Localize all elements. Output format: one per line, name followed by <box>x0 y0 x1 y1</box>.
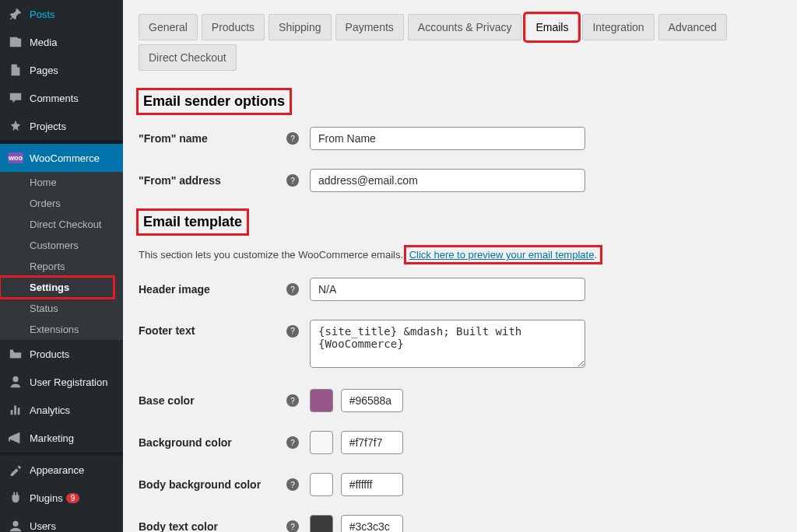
sidebar-item-label: User Registration <box>30 376 107 388</box>
submenu-item-home[interactable]: Home <box>0 172 123 193</box>
help-icon[interactable]: ? <box>286 436 299 449</box>
sidebar-item-media[interactable]: Media <box>0 28 123 56</box>
comment-icon <box>8 90 23 106</box>
desc-text: . <box>594 249 597 261</box>
tab-payments[interactable]: Payments <box>335 14 404 40</box>
woocommerce-submenu: Home Orders Direct Checkout Customers Re… <box>0 172 123 340</box>
preview-template-link[interactable]: Click here to preview your email templat… <box>409 249 595 261</box>
sidebar-item-label: Users <box>30 520 56 532</box>
marketing-icon <box>8 430 23 446</box>
sidebar-item-posts[interactable]: Posts <box>0 0 123 28</box>
help-icon[interactable]: ? <box>286 478 299 491</box>
tab-integration[interactable]: Integration <box>582 14 654 40</box>
row-footer-text: Footer text ? <box>139 320 781 370</box>
tab-shipping[interactable]: Shipping <box>269 14 332 40</box>
plugins-icon <box>8 490 23 506</box>
sidebar-item-products[interactable]: Products <box>0 340 123 368</box>
sidebar-item-label: Appearance <box>30 464 84 476</box>
tab-label: Payments <box>346 21 394 33</box>
sidebar-item-pages[interactable]: Pages <box>0 56 123 84</box>
from-address-input[interactable] <box>310 169 585 192</box>
help-icon[interactable]: ? <box>286 174 299 187</box>
submenu-item-direct-checkout[interactable]: Direct Checkout <box>0 214 123 235</box>
help-icon[interactable]: ? <box>286 394 299 407</box>
sidebar-item-label: Pages <box>30 65 58 76</box>
tab-accounts-privacy[interactable]: Accounts & Privacy <box>408 14 522 40</box>
tab-direct-checkout[interactable]: Direct Checkout <box>139 44 237 71</box>
row-header-image: Header image ? <box>139 278 781 301</box>
base-color-input[interactable] <box>341 389 403 412</box>
sidebar-item-label: Plugins <box>30 492 63 504</box>
sidebar-item-projects[interactable]: Projects <box>0 112 123 140</box>
sidebar-item-label: Comments <box>30 93 79 104</box>
help-icon[interactable]: ? <box>286 325 299 338</box>
footer-text-input[interactable] <box>310 320 585 368</box>
tab-label: Advanced <box>669 21 717 33</box>
user-registration-icon <box>8 374 23 390</box>
bg-color-input[interactable] <box>341 431 403 454</box>
submenu-item-settings[interactable]: Settings <box>0 277 123 298</box>
body-text-label: Body text color <box>139 520 286 532</box>
body-bg-input[interactable] <box>341 473 403 496</box>
row-base-color: Base color ? <box>139 389 781 412</box>
tab-label: General <box>149 21 188 33</box>
admin-sidebar: Posts Media Pages Comments Projects wooW… <box>0 0 123 532</box>
sidebar-item-comments[interactable]: Comments <box>0 84 123 112</box>
sidebar-item-label: Posts <box>30 9 55 20</box>
submenu-item-customers[interactable]: Customers <box>0 235 123 256</box>
from-address-label: "From" address <box>139 174 286 187</box>
row-body-text-color: Body text color ? <box>139 515 781 532</box>
analytics-icon <box>8 402 23 418</box>
sidebar-item-appearance[interactable]: Appearance <box>0 456 123 484</box>
woocommerce-icon: woo <box>8 150 23 166</box>
submenu-item-reports[interactable]: Reports <box>0 256 123 277</box>
sidebar-item-users[interactable]: Users <box>0 512 123 532</box>
tab-general[interactable]: General <box>139 14 198 40</box>
footer-text-label: Footer text <box>139 320 286 337</box>
sidebar-item-analytics[interactable]: Analytics <box>0 396 123 424</box>
sidebar-item-plugins[interactable]: Plugins9 <box>0 484 123 512</box>
pages-icon <box>8 62 23 78</box>
sidebar-item-marketing[interactable]: Marketing <box>0 424 123 452</box>
submenu-item-orders[interactable]: Orders <box>0 193 123 214</box>
body-bg-label: Body background color <box>139 478 286 491</box>
header-image-label: Header image <box>139 283 286 296</box>
body-text-input[interactable] <box>341 515 403 532</box>
tab-label: Direct Checkout <box>149 51 226 64</box>
products-icon <box>8 346 23 362</box>
desc-text: This section lets you customize the WooC… <box>139 249 406 261</box>
submenu-item-extensions[interactable]: Extensions <box>0 319 123 340</box>
row-from-name: "From" name ? <box>139 127 781 150</box>
submenu-label: Home <box>30 177 57 188</box>
sidebar-item-woocommerce[interactable]: wooWooCommerce <box>0 144 123 172</box>
section-heading-template: Email template <box>139 211 247 233</box>
tab-advanced[interactable]: Advanced <box>658 14 727 40</box>
help-icon[interactable]: ? <box>286 132 299 145</box>
from-name-input[interactable] <box>310 127 585 150</box>
plugins-badge: 9 <box>66 493 80 503</box>
submenu-label: Status <box>30 303 58 314</box>
bg-color-swatch[interactable] <box>310 431 333 454</box>
sidebar-item-user-registration[interactable]: User Registration <box>0 368 123 396</box>
tab-emails[interactable]: Emails <box>525 14 578 40</box>
body-bg-swatch[interactable] <box>310 473 333 496</box>
pin-icon <box>8 6 23 22</box>
base-color-swatch[interactable] <box>310 389 333 412</box>
sidebar-item-label: Projects <box>30 121 66 132</box>
tab-label: Shipping <box>279 21 321 33</box>
submenu-label: Reports <box>30 261 65 272</box>
row-bg-color: Background color ? <box>139 431 781 454</box>
header-image-input[interactable] <box>310 278 585 301</box>
submenu-item-status[interactable]: Status <box>0 298 123 319</box>
template-description: This section lets you customize the WooC… <box>139 247 781 262</box>
tab-products[interactable]: Products <box>202 14 265 40</box>
section-heading-sender: Email sender options <box>139 90 290 113</box>
row-from-address: "From" address ? <box>139 169 781 192</box>
users-icon <box>8 518 23 532</box>
bg-color-label: Background color <box>139 436 286 449</box>
main-content: General Products Shipping Payments Accou… <box>123 0 797 532</box>
help-icon[interactable]: ? <box>286 520 299 532</box>
body-text-swatch[interactable] <box>310 515 333 532</box>
help-icon[interactable]: ? <box>286 283 299 296</box>
appearance-icon <box>8 462 23 478</box>
